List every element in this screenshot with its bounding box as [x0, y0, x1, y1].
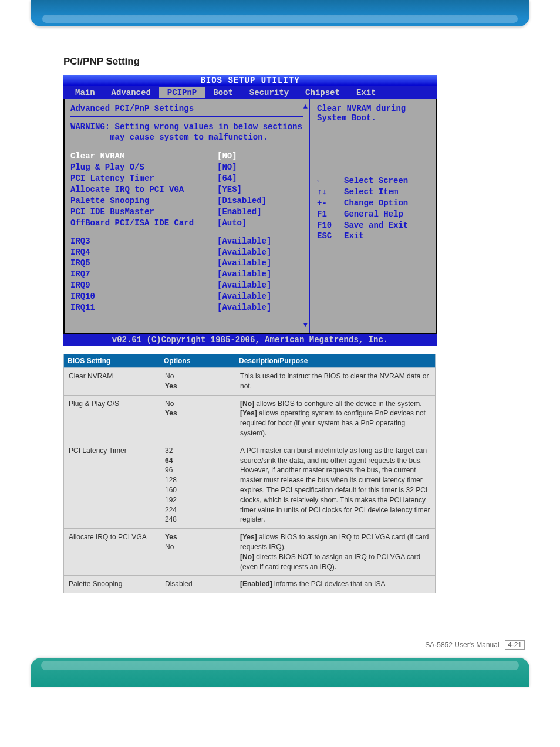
row-label: IRQ10 — [70, 291, 217, 302]
scroll-down-icon[interactable]: ▼ — [303, 321, 308, 329]
row-label: PCI Latency Timer — [70, 173, 217, 184]
bios-menu-item[interactable]: Advanced — [103, 87, 159, 98]
bios-menu-item[interactable]: Security — [241, 87, 297, 98]
help-key-row: ↑↓Select Item — [317, 187, 429, 198]
help-text: Select Item — [344, 187, 398, 198]
table-row: Palette SnoopingDisabled[Enabled] inform… — [64, 576, 436, 593]
page-content: PCI/PNP Setting BIOS SETUP UTILITY MainA… — [0, 26, 560, 617]
bios-irq-row[interactable]: IRQ10[Available] — [70, 291, 303, 302]
bios-irq-row[interactable]: IRQ3[Available] — [70, 236, 303, 247]
table-row: PCI Latency Timer326496128160192224248A … — [64, 442, 436, 528]
help-text: Change Option — [344, 198, 408, 209]
row-value: [NO] — [217, 151, 237, 162]
bios-help-keys: ←Select Screen↑↓Select Item+-Change Opti… — [317, 175, 429, 242]
row-label: PCI IDE BusMaster — [70, 207, 217, 218]
bios-irq-row[interactable]: IRQ4[Available] — [70, 247, 303, 258]
cell-description: [No] allows BIOS to configure all the de… — [235, 395, 436, 442]
cell-options: YesNo — [160, 529, 235, 576]
bottom-banner — [31, 658, 529, 687]
row-value: [Available] — [217, 247, 271, 258]
th-setting: BIOS Setting — [64, 354, 160, 368]
bios-warning: WARNING: Setting wrong values in below s… — [70, 121, 303, 143]
bios-setting-row[interactable]: Allocate IRQ to PCI VGA[YES] — [70, 184, 303, 195]
scroll-up-icon[interactable]: ▲ — [303, 103, 308, 111]
cell-options: Disabled — [160, 576, 235, 593]
bios-irq-row[interactable]: IRQ9[Available] — [70, 280, 303, 291]
help-key-row: F10Save and Exit — [317, 220, 429, 231]
row-label: IRQ3 — [70, 236, 217, 247]
cell-description: [Yes] allows BIOS to assign an IRQ to PC… — [235, 529, 436, 576]
bios-setting-row[interactable]: Plug & Play O/S[NO] — [70, 162, 303, 173]
row-label: Palette Snooping — [70, 195, 217, 207]
table-header-row: BIOS Setting Options Description/Purpose — [64, 354, 436, 368]
bios-footer: v02.61 (C)Copyright 1985-2006, American … — [63, 334, 437, 346]
help-key: F1 — [317, 209, 344, 220]
cell-setting: Clear NVRAM — [64, 368, 160, 396]
table-row: Allocate IRQ to PCI VGAYesNo[Yes] allows… — [64, 529, 436, 576]
row-value: [Auto] — [217, 218, 247, 229]
cell-description: This is used to instruct the BIOS to cle… — [235, 368, 436, 396]
bios-title-bar: BIOS SETUP UTILITY — [63, 75, 437, 86]
divider — [70, 116, 303, 117]
bios-menu-item[interactable]: Exit — [348, 87, 384, 98]
bios-menu-item[interactable]: Main — [67, 87, 103, 98]
bios-right-pane: Clear NVRAM during System Boot. ←Select … — [310, 99, 436, 333]
row-label: IRQ7 — [70, 269, 217, 280]
th-desc: Description/Purpose — [235, 354, 436, 368]
cell-options: 326496128160192224248 — [160, 442, 235, 528]
row-value: [Available] — [217, 291, 271, 302]
row-label: Clear NVRAM — [70, 151, 217, 162]
bios-setting-row[interactable]: Palette Snooping[Disabled] — [70, 195, 303, 207]
bios-menu-item[interactable]: Boot — [205, 87, 241, 98]
help-text: Save and Exit — [344, 220, 408, 231]
cell-setting: Plug & Play O/S — [64, 395, 160, 442]
row-value: [Available] — [217, 269, 271, 280]
bios-menu-item[interactable]: Chipset — [297, 87, 348, 98]
help-text: General Help — [344, 209, 403, 220]
row-label: IRQ11 — [70, 302, 217, 313]
row-value: [64] — [217, 173, 237, 184]
help-title: Clear NVRAM during System Boot. — [317, 104, 429, 123]
options-table: BIOS Setting Options Description/Purpose… — [63, 354, 436, 593]
bios-left-pane: ▲ Advanced PCI/PnP Settings WARNING: Set… — [65, 99, 310, 333]
cell-description: A PCI master can burst indefinitely as l… — [235, 442, 436, 528]
help-key-row: +-Change Option — [317, 198, 429, 209]
bios-body: ▲ Advanced PCI/PnP Settings WARNING: Set… — [63, 99, 437, 334]
bios-setting-row[interactable]: PCI IDE BusMaster[Enabled] — [70, 207, 303, 218]
row-value: [Available] — [217, 302, 271, 313]
row-value: [NO] — [217, 162, 237, 173]
row-label: IRQ4 — [70, 247, 217, 258]
pane-heading: Advanced PCI/PnP Settings — [70, 104, 303, 113]
row-value: [Enabled] — [217, 207, 262, 218]
row-label: OffBoard PCI/ISA IDE Card — [70, 218, 217, 229]
row-value: [Disabled] — [217, 195, 266, 207]
table-row: Plug & Play O/SNoYes[No] allows BIOS to … — [64, 395, 436, 442]
cell-options: NoYes — [160, 368, 235, 396]
help-key: ← — [317, 175, 344, 187]
help-key: ESC — [317, 231, 344, 242]
cell-description: [Enabled] informs the PCI devices that a… — [235, 576, 436, 593]
help-key-row: ESCExit — [317, 231, 429, 242]
bios-setting-row[interactable]: Clear NVRAM[NO] — [70, 151, 303, 162]
row-value: [Available] — [217, 280, 271, 291]
bios-menu-item[interactable]: PCIPnP — [159, 87, 205, 98]
bios-irq-row[interactable]: IRQ11[Available] — [70, 302, 303, 313]
help-key: +- — [317, 198, 344, 209]
table-row: Clear NVRAMNoYesThis is used to instruct… — [64, 368, 436, 396]
cell-options: NoYes — [160, 395, 235, 442]
bios-window: BIOS SETUP UTILITY MainAdvancedPCIPnPBoo… — [63, 75, 437, 346]
row-label: Allocate IRQ to PCI VGA — [70, 184, 217, 195]
page-footer: SA-5852 User's Manual 4-21 — [0, 640, 525, 650]
page-label: SA-5852 User's Manual — [425, 641, 499, 649]
page-number: 4-21 — [505, 640, 525, 650]
bios-setting-row[interactable]: OffBoard PCI/ISA IDE Card[Auto] — [70, 218, 303, 229]
row-value: [Available] — [217, 236, 271, 247]
cell-setting: Allocate IRQ to PCI VGA — [64, 529, 160, 576]
help-text: Select Screen — [344, 175, 408, 187]
bios-irq-row[interactable]: IRQ7[Available] — [70, 269, 303, 280]
cell-setting: PCI Latency Timer — [64, 442, 160, 528]
top-banner — [31, 0, 529, 26]
row-value: [Available] — [217, 258, 271, 269]
bios-irq-row[interactable]: IRQ5[Available] — [70, 258, 303, 269]
bios-setting-row[interactable]: PCI Latency Timer[64] — [70, 173, 303, 184]
